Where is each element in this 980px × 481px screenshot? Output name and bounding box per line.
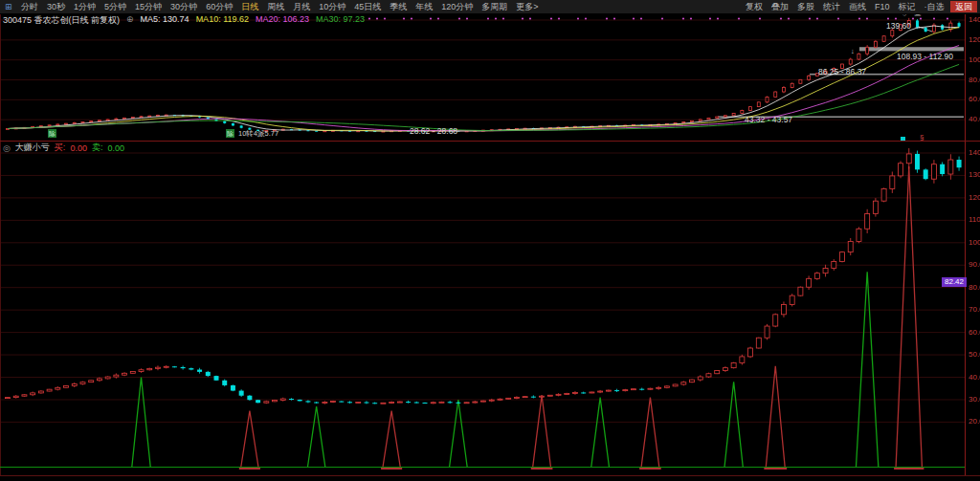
period-tab-30秒[interactable]: 30秒: [43, 1, 70, 13]
back-button[interactable]: 返回: [950, 1, 977, 12]
period-tab-月线[interactable]: 月线: [289, 1, 315, 13]
window-menu-icon[interactable]: ⊞: [0, 2, 17, 11]
tool-button-叠加[interactable]: 叠加: [767, 1, 792, 13]
period-tab-周线[interactable]: 周线: [263, 1, 289, 13]
indicator-bar: ◎ 大赚小亏 买: 0.00 卖: 0.00: [3, 142, 124, 153]
price-chart-canvas[interactable]: [0, 0, 980, 481]
period-tab-10分钟[interactable]: 10分钟: [315, 1, 350, 13]
tool-button-复权[interactable]: 复权: [741, 1, 767, 13]
period-tab-年线[interactable]: 年线: [412, 1, 437, 13]
period-tab-5分钟[interactable]: 5分钟: [100, 1, 131, 13]
sell-value: 0.00: [107, 143, 124, 153]
indicator-settings-icon[interactable]: ◎: [3, 143, 11, 153]
period-tab-日线[interactable]: 日线: [237, 1, 263, 13]
tool-buttons: 复权叠加多股统计画线F10标记·自选: [741, 1, 948, 13]
candle-marker-icon: [901, 137, 905, 141]
tool-button-统计[interactable]: 统计: [818, 1, 844, 13]
tdx-app-window: ⊞ 分时30秒1分钟5分钟15分钟30分钟60分钟日线周线月线10分钟45日线季…: [0, 0, 980, 481]
period-tab-45日线[interactable]: 45日线: [350, 1, 386, 13]
tool-button-标记[interactable]: 标记: [894, 1, 920, 13]
stock-title: 300475 香农芯创(日线 前复权): [3, 14, 120, 25]
tool-button-多股[interactable]: 多股: [792, 1, 818, 13]
ma-readout-MA5: MA5: 130.74: [141, 14, 189, 24]
sell-label: 卖:: [92, 142, 103, 154]
link-icon[interactable]: ⊕: [126, 14, 134, 25]
period-tab-多周期[interactable]: 多周期: [478, 1, 512, 13]
toolbar: ⊞ 分时30秒1分钟5分钟15分钟30分钟60分钟日线周线月线10分钟45日线季…: [0, 0, 980, 14]
buy-value: 0.00: [70, 143, 87, 153]
period-tab-60分钟[interactable]: 60分钟: [202, 1, 237, 13]
tool-button-画线[interactable]: 画线: [844, 1, 870, 13]
period-tab-1分钟[interactable]: 1分钟: [70, 1, 100, 13]
period-tabs: 分时30秒1分钟5分钟15分钟30分钟60分钟日线周线月线10分钟45日线季线年…: [17, 1, 543, 13]
period-tab-分时[interactable]: 分时: [17, 1, 43, 13]
period-tab-30分钟[interactable]: 30分钟: [167, 1, 202, 13]
indicator-name[interactable]: 大赚小亏: [15, 142, 50, 154]
ma-values: MA5: 130.74MA10: 119.62MA20: 106.23MA30:…: [141, 14, 372, 25]
period-tab-120分钟[interactable]: 120分钟: [437, 1, 478, 13]
ma-readout-MA20: MA20: 106.23: [256, 14, 309, 24]
stock-info-bar: 300475 香农芯创(日线 前复权) ⊕ MA5: 130.74MA10: 1…: [3, 14, 371, 25]
tool-button-自选[interactable]: ·自选: [920, 1, 948, 13]
ma-readout-MA10: MA10: 119.62: [196, 14, 249, 24]
period-tab-15分钟[interactable]: 15分钟: [131, 1, 167, 13]
period-tab-季线[interactable]: 季线: [386, 1, 412, 13]
buy-label: 买:: [55, 142, 66, 154]
tool-button-F10[interactable]: F10: [870, 1, 894, 13]
section-marker-icon: §: [920, 133, 924, 142]
ma-readout-MA30: MA30: 97.23: [316, 14, 365, 24]
toolbar-right-tools: 复权叠加多股统计画线F10标记·自选 返回: [741, 1, 980, 13]
period-tab-更多>[interactable]: 更多>: [512, 1, 543, 13]
